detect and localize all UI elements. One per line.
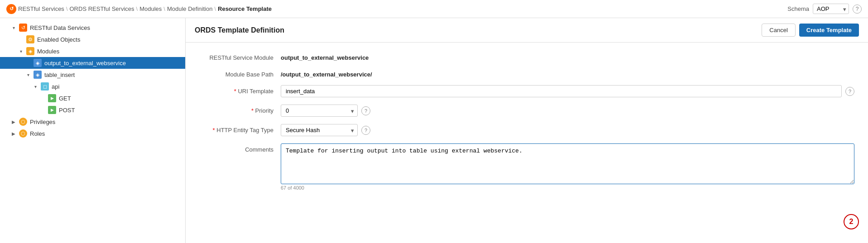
char-count: 67 of 4000	[281, 185, 854, 191]
breadcrumb-ords[interactable]: ORDS RESTful Services	[70, 5, 134, 12]
breadcrumb: ↺ RESTful Services \ ORDS RESTful Servic…	[6, 4, 272, 14]
top-bar: ↺ RESTful Services \ ORDS RESTful Servic…	[0, 0, 868, 18]
uri-template-label: URI Template	[199, 85, 281, 95]
form-row-comments: Comments Template for inserting output i…	[199, 143, 854, 191]
priority-select[interactable]: 0 1 2 3	[281, 105, 358, 117]
cancel-button[interactable]: Cancel	[762, 24, 795, 37]
get-icon: ▶	[48, 94, 56, 102]
breadcrumb-sep-3: \	[163, 5, 165, 12]
base-path-value: /output_to_external_webservice/	[281, 68, 372, 78]
roles-icon: ⬡	[19, 129, 27, 138]
form-row-module: RESTful Service Module output_to_externa…	[199, 52, 854, 61]
breadcrumb-module-def[interactable]: Module Definition	[167, 5, 212, 12]
sidebar-item-enabled-objects[interactable]: ⚙ Enabled Objects	[0, 33, 185, 45]
home-icon[interactable]: ↺	[6, 4, 16, 14]
sidebar-item-table-insert[interactable]: ▾ ◈ table_insert	[0, 69, 185, 81]
module-value: output_to_external_webservice	[281, 52, 369, 61]
schema-area: Schema AOP ?	[787, 4, 862, 14]
form-row-http-entity: HTTP Entity Tag Type Secure Hash Query N…	[199, 124, 854, 136]
sidebar-item-label: Modules	[37, 48, 59, 55]
breadcrumb-home[interactable]: RESTful Services	[18, 5, 64, 12]
sidebar-item-api[interactable]: ▾ ◻ api	[0, 81, 185, 92]
sidebar-item-privileges[interactable]: ▶ ⬡ Privileges	[0, 116, 185, 128]
privileges-icon: ⬡	[19, 118, 27, 126]
sidebar-item-label: GET	[59, 95, 71, 102]
schema-label: Schema	[787, 5, 809, 12]
uri-template-input[interactable]	[281, 85, 842, 97]
sidebar-item-label: Roles	[30, 130, 45, 137]
priority-select-wrapper[interactable]: 0 1 2 3	[281, 105, 358, 117]
modules-icon: ◈	[26, 47, 34, 55]
module-label: RESTful Service Module	[199, 52, 281, 61]
sidebar-item-label: output_to_external_webservice	[44, 60, 126, 67]
table-insert-icon: ◈	[34, 71, 42, 79]
api-icon: ◻	[41, 82, 49, 91]
comments-label: Comments	[199, 143, 281, 153]
http-entity-help-icon[interactable]: ?	[361, 126, 370, 135]
breadcrumb-modules[interactable]: Modules	[139, 5, 162, 12]
http-entity-select[interactable]: Secure Hash Query None	[281, 124, 358, 136]
http-entity-select-wrapper[interactable]: Secure Hash Query None	[281, 124, 358, 136]
main-layout: ▾ ↺ RESTful Data Services ⚙ Enabled Obje…	[0, 18, 868, 243]
breadcrumb-sep-4: \	[214, 5, 216, 12]
output-module-icon: ◈	[34, 59, 42, 67]
sidebar-item-post[interactable]: ▶ POST	[0, 104, 185, 116]
chevron-icon: ▶	[11, 119, 16, 124]
schema-select-wrapper[interactable]: AOP	[813, 4, 849, 14]
step-badge: 2	[844, 214, 859, 229]
sidebar-item-restful-data-services[interactable]: ▾ ↺ RESTful Data Services	[0, 22, 185, 33]
breadcrumb-sep-1: \	[66, 5, 68, 12]
http-entity-label: HTTP Entity Tag Type	[199, 124, 281, 133]
uri-template-help-icon[interactable]: ?	[845, 87, 854, 96]
form-row-base-path: Module Base Path /output_to_external_web…	[199, 68, 854, 78]
sidebar-item-label: POST	[59, 107, 75, 114]
form-area: RESTful Service Module output_to_externa…	[186, 43, 868, 243]
form-row-uri-template: URI Template ?	[199, 85, 854, 97]
content-area: ORDS Template Definition Cancel Create T…	[186, 18, 868, 243]
comments-textarea-wrapper: Template for inserting output into table…	[281, 143, 854, 191]
enabled-objects-icon: ⚙	[26, 35, 34, 43]
chevron-icon: ▾	[11, 25, 16, 30]
header-actions: Cancel Create Template	[762, 24, 859, 37]
post-icon: ▶	[48, 106, 56, 114]
create-template-button[interactable]: Create Template	[799, 24, 859, 37]
restful-services-icon: ↺	[19, 24, 27, 32]
chevron-icon: ▶	[11, 131, 16, 136]
schema-select[interactable]: AOP	[813, 4, 849, 14]
base-path-label: Module Base Path	[199, 68, 281, 78]
chevron-icon: ▾	[18, 49, 24, 54]
sidebar: ▾ ↺ RESTful Data Services ⚙ Enabled Obje…	[0, 18, 186, 243]
sidebar-item-label: api	[52, 83, 59, 90]
sidebar-item-output-to-external[interactable]: ◈ output_to_external_webservice	[0, 57, 185, 69]
sidebar-item-label: Privileges	[30, 119, 55, 125]
comments-textarea[interactable]: Template for inserting output into table…	[281, 143, 854, 184]
form-row-priority: Priority 0 1 2 3 ?	[199, 105, 854, 117]
chevron-icon: ▾	[33, 84, 38, 89]
sidebar-item-label: table_insert	[44, 71, 75, 78]
content-header: ORDS Template Definition Cancel Create T…	[186, 18, 868, 43]
breadcrumb-sep-2: \	[136, 5, 138, 12]
priority-help-icon[interactable]: ?	[361, 106, 370, 115]
sidebar-item-label: RESTful Data Services	[30, 24, 90, 31]
sidebar-item-modules[interactable]: ▾ ◈ Modules	[0, 45, 185, 57]
sidebar-item-label: Enabled Objects	[37, 36, 80, 43]
sidebar-item-get[interactable]: ▶ GET	[0, 92, 185, 104]
breadcrumb-current: Resource Template	[218, 5, 272, 12]
sidebar-item-roles[interactable]: ▶ ⬡ Roles	[0, 128, 185, 139]
priority-label: Priority	[199, 105, 281, 114]
page-title: ORDS Template Definition	[195, 26, 284, 34]
topbar-help-icon[interactable]: ?	[853, 5, 862, 14]
chevron-icon: ▾	[25, 72, 31, 77]
